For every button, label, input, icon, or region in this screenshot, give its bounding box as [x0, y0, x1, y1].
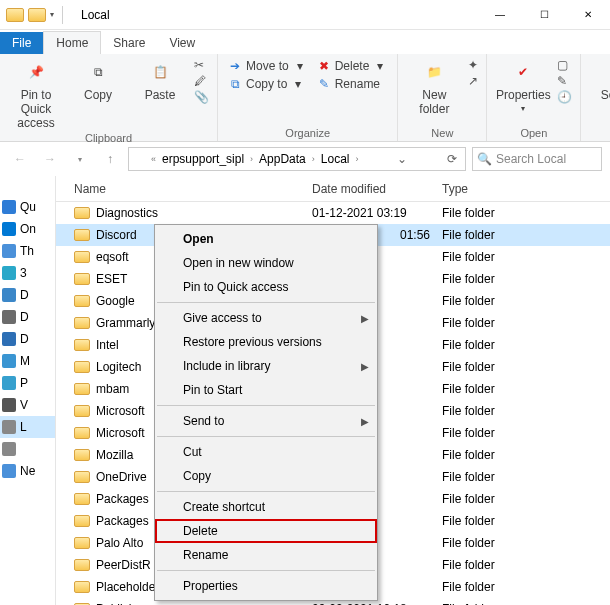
qat-folder-icon[interactable] [28, 8, 46, 22]
pin-icon: 📌 [22, 58, 50, 86]
sidebar-item[interactable]: D [0, 328, 55, 350]
pin-to-quick-access-button[interactable]: 📌 Pin to Quick access [8, 58, 64, 130]
ctx-restore[interactable]: Restore previous versions [155, 330, 377, 354]
3d-icon [2, 266, 16, 280]
group-organize-label: Organize [226, 125, 389, 139]
sidebar-item-label: D [20, 332, 29, 346]
sidebar-item-label: On [20, 222, 36, 236]
recent-dropdown[interactable]: ▾ [68, 147, 92, 171]
sidebar-item[interactable]: D [0, 284, 55, 306]
ctx-pin-start[interactable]: Pin to Start [155, 378, 377, 402]
ctx-create-shortcut[interactable]: Create shortcut [155, 495, 377, 519]
sidebar-item[interactable]: Th [0, 240, 55, 262]
search-box[interactable]: 🔍 Search Local [472, 147, 602, 171]
ctx-open-new-window[interactable]: Open in new window [155, 251, 377, 275]
sidebar-item[interactable]: 3 [0, 262, 55, 284]
drive-icon [2, 420, 16, 434]
ctx-pin-quick-access[interactable]: Pin to Quick access [155, 275, 377, 299]
chevron-right-icon[interactable]: › [310, 154, 317, 164]
cell-type: File folder [436, 514, 610, 528]
breadcrumb[interactable]: AppData [257, 152, 308, 166]
close-button[interactable]: ✕ [566, 0, 610, 30]
ctx-send-to[interactable]: Send to▶ [155, 409, 377, 433]
maximize-button[interactable]: ☐ [522, 0, 566, 30]
sidebar-item[interactable]: On [0, 218, 55, 240]
qat-dropdown-icon[interactable]: ▾ [50, 10, 54, 19]
copy-button[interactable]: ⧉ Copy [70, 58, 126, 102]
addr-folder-icon [133, 154, 147, 165]
tab-home[interactable]: Home [43, 31, 101, 54]
open-icon[interactable]: ▢ [557, 58, 572, 72]
select-button[interactable]: ▦ Select ▾ [589, 58, 610, 113]
refresh-button[interactable]: ⟳ [443, 152, 461, 166]
sidebar-item[interactable]: D [0, 306, 55, 328]
minimize-button[interactable]: — [478, 0, 522, 30]
sidebar-item[interactable]: L [0, 416, 55, 438]
cut-icon[interactable]: ✂ [194, 58, 209, 72]
ctx-rename[interactable]: Rename [155, 543, 377, 567]
folder-icon [74, 273, 90, 285]
paste-button[interactable]: 📋 Paste [132, 58, 188, 102]
chevron-right-icon: ▶ [361, 416, 369, 427]
ctx-properties[interactable]: Properties [155, 574, 377, 598]
tab-view[interactable]: View [157, 32, 207, 54]
sidebar-item-label: Th [20, 244, 34, 258]
sidebar-item-label: D [20, 310, 29, 324]
rename-button[interactable]: ✎Rename [315, 76, 390, 92]
sidebar-item[interactable]: M [0, 350, 55, 372]
chevron-left-icon[interactable]: « [149, 154, 158, 164]
paste-shortcut-icon[interactable]: 📎 [194, 90, 209, 104]
sidebar-item[interactable]: Qu [0, 196, 55, 218]
ctx-cut[interactable]: Cut [155, 440, 377, 464]
chevron-right-icon[interactable]: › [353, 154, 360, 164]
table-row[interactable]: Diagnostics01-12-2021 03:19File folder [56, 202, 610, 224]
col-type[interactable]: Type [436, 182, 610, 196]
copy-path-icon[interactable]: 🖉 [194, 74, 209, 88]
cell-date: 01-12-2021 03:19 [306, 206, 436, 220]
ctx-open[interactable]: Open [155, 227, 377, 251]
cell-type: File folder [436, 558, 610, 572]
sidebar-item-label: 3 [20, 266, 27, 280]
ctx-copy[interactable]: Copy [155, 464, 377, 488]
edit-icon[interactable]: ✎ [557, 74, 572, 88]
up-button[interactable]: ↑ [98, 147, 122, 171]
delete-button[interactable]: ✖Delete▾ [315, 58, 390, 74]
breadcrumb[interactable]: erpsupport_sipl [160, 152, 246, 166]
tab-share[interactable]: Share [101, 32, 157, 54]
delete-icon: ✖ [317, 59, 331, 73]
sidebar-item[interactable]: Ne [0, 460, 55, 482]
properties-button[interactable]: ✔ Properties ▾ [495, 58, 551, 113]
copy-to-button[interactable]: ⧉Copy to▾ [226, 76, 309, 92]
cell-name: Diagnostics [56, 206, 306, 220]
ctx-include-library[interactable]: Include in library▶ [155, 354, 377, 378]
back-button[interactable]: ← [8, 147, 32, 171]
folder-icon [74, 207, 90, 219]
addr-dropdown-icon[interactable]: ⌄ [393, 152, 411, 166]
address-bar[interactable]: « erpsupport_sipl › AppData › Local › ⌄ … [128, 147, 466, 171]
chevron-right-icon[interactable]: › [248, 154, 255, 164]
ctx-delete[interactable]: Delete [155, 519, 377, 543]
ctx-give-access[interactable]: Give access to▶ [155, 306, 377, 330]
sidebar-item[interactable]: V [0, 394, 55, 416]
ribbon: 📌 Pin to Quick access ⧉ Copy 📋 Paste ✂ 🖉… [0, 54, 610, 142]
tab-file[interactable]: File [0, 32, 43, 54]
chevron-right-icon: ▶ [361, 361, 369, 372]
group-clipboard-label: Clipboard [8, 130, 209, 144]
sidebar-item[interactable]: P [0, 372, 55, 394]
forward-button[interactable]: → [38, 147, 62, 171]
new-folder-button[interactable]: 📁 New folder [406, 58, 462, 116]
breadcrumb[interactable]: Local [319, 152, 352, 166]
history-icon[interactable]: 🕘 [557, 90, 572, 104]
col-date[interactable]: Date modified [306, 182, 436, 196]
file-list: Name Date modified Type Diagnostics01-12… [56, 176, 610, 605]
new-item-icon[interactable]: ✦ [468, 58, 478, 72]
easy-access-icon[interactable]: ↗ [468, 74, 478, 88]
sidebar-item[interactable] [0, 438, 55, 460]
nav-sidebar: QuOnTh3DDDMPVLNe [0, 176, 56, 605]
col-name[interactable]: Name [56, 182, 306, 196]
folder-icon [74, 581, 90, 593]
search-placeholder: Search Local [496, 152, 566, 166]
move-to-button[interactable]: ➔Move to▾ [226, 58, 309, 74]
window-title: Local [81, 8, 110, 22]
titlebar: ▾ Local — ☐ ✕ [0, 0, 610, 30]
